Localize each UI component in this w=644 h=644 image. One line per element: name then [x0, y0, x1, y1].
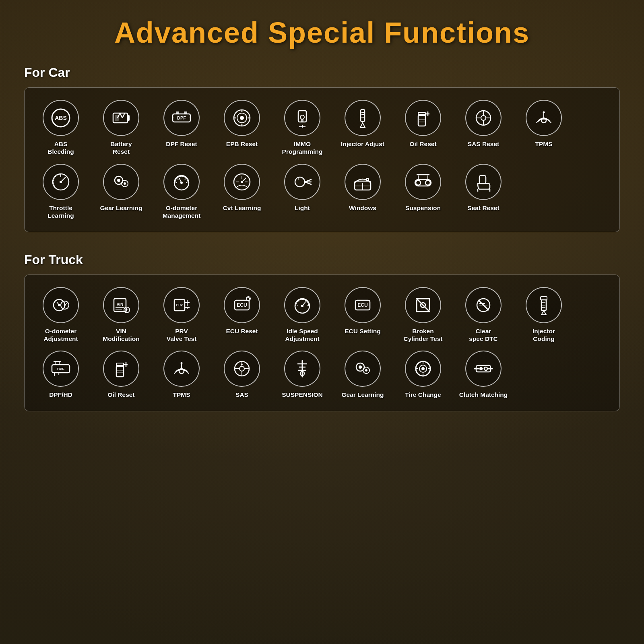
svg-line-58	[179, 178, 182, 183]
idle-icon	[292, 295, 313, 316]
func-epb-reset-label: EPB Reset	[226, 140, 258, 148]
cvt-icon	[231, 171, 252, 192]
injector-icon	[352, 107, 373, 128]
func-sas-t: SAS	[214, 351, 270, 398]
func-tpms-t-label: TPMS	[173, 391, 190, 398]
svg-marker-132	[541, 311, 546, 315]
func-ecu-setting-icon-circle: ECU	[345, 287, 381, 323]
tpms-t-icon	[171, 358, 192, 379]
func-tpms-t-icon-circle	[163, 351, 200, 387]
func-epb-reset: EPB Reset	[214, 100, 270, 156]
func-suspension-t-icon-circle	[284, 351, 320, 387]
func-throttle-learning: ThrottleLearning	[33, 164, 89, 220]
func-oil-reset: Oil Reset	[395, 100, 451, 156]
func-throttle-learning-icon-circle	[43, 164, 79, 200]
truck-section-label: For Truck	[24, 252, 620, 267]
func-dpf-hd-icon-circle: DPF	[43, 351, 79, 387]
func-ecu-reset: ECU ECU Reset	[214, 287, 270, 343]
func-abs-bleeding-icon-circle: ABS	[43, 100, 79, 136]
car-functions-box: ABS ABSBleeding BatteryR	[24, 87, 620, 232]
func-gear-learning-label: Gear Learning	[100, 204, 142, 212]
car-row2: ThrottleLearning Gear Learning	[33, 164, 611, 220]
svg-text:ECU: ECU	[357, 302, 367, 308]
svg-text:DPF: DPF	[57, 367, 65, 371]
func-oil-reset-t: Oil Reset	[93, 351, 149, 398]
ecu-reset-icon: ECU	[231, 295, 252, 316]
func-oil-reset-t-icon-circle	[103, 351, 139, 387]
func-suspension-t: SUSPENSION	[274, 351, 330, 398]
func-broken-cyl-label: BrokenCylinder Test	[403, 327, 442, 343]
func-prv-valve-label: PRVValve Test	[167, 327, 197, 343]
svg-marker-27	[360, 123, 365, 128]
broken-cyl-icon	[413, 295, 433, 316]
truck-functions-box: O-dometerAdjustment VIN	[24, 275, 620, 411]
page-title: Advanced Special Functions	[24, 16, 620, 49]
func-clutch-matching: Clutch Matching	[455, 351, 512, 398]
func-odometer-adj: O-dometerAdjustment	[33, 287, 89, 343]
svg-point-171	[421, 367, 425, 370]
func-gear-learning-t-icon-circle	[345, 351, 381, 387]
func-suspension-t-label: SUSPENSION	[282, 391, 323, 398]
svg-rect-84	[479, 175, 486, 184]
func-odometer-adj-icon-circle	[43, 287, 79, 323]
svg-line-112	[302, 302, 305, 306]
light-icon	[292, 171, 313, 192]
svg-line-127	[479, 300, 488, 310]
func-ecu-setting-label: ECU Setting	[345, 327, 381, 335]
func-odometer-adj-label: O-dometerAdjustment	[43, 327, 78, 343]
func-tpms-icon-circle	[526, 100, 562, 136]
svg-point-79	[416, 180, 421, 185]
func-immo-programming-label: IMMOProgramming	[282, 140, 323, 156]
sas-t-icon	[231, 358, 252, 379]
prv-icon: PRV	[171, 295, 192, 316]
func-gear-learning-t: Gear Learning	[334, 351, 391, 398]
svg-line-55	[122, 182, 123, 182]
func-immo-programming: IMMOProgramming	[274, 100, 330, 156]
svg-text:DPF: DPF	[177, 116, 186, 120]
svg-line-5	[120, 113, 122, 118]
suspension-t-icon	[292, 358, 313, 379]
svg-line-61	[178, 179, 178, 180]
gear-icon	[111, 171, 132, 192]
func-sas-t-label: SAS	[235, 391, 248, 398]
car-section-label: For Car	[24, 65, 620, 80]
func-windows-label: Windows	[349, 204, 376, 212]
oil-t-icon	[111, 358, 132, 379]
func-gear-learning-icon-circle	[103, 164, 139, 200]
svg-rect-26	[361, 109, 365, 122]
func-odometer-mgmt-label: O-dometerManagement	[163, 204, 201, 220]
car-row1: ABS ABSBleeding BatteryR	[33, 100, 611, 156]
func-windows: Windows	[334, 164, 391, 220]
func-clear-dtc: Clearspec DTC	[455, 287, 512, 343]
func-prv-valve-icon-circle: PRV	[163, 287, 200, 323]
func-ecu-setting: ECU ECU Setting	[334, 287, 391, 343]
func-battery-reset-label: BatteryReset	[110, 140, 132, 156]
func-odometer-mgmt-icon-circle	[163, 164, 200, 200]
svg-rect-143	[116, 365, 124, 377]
svg-point-52	[117, 179, 120, 182]
func-broken-cyl: BrokenCylinder Test	[395, 287, 451, 343]
svg-point-16	[240, 116, 244, 120]
svg-line-62	[185, 179, 186, 180]
tire-change-icon	[413, 358, 433, 379]
func-injector-coding: InjectorCoding	[516, 287, 572, 343]
epb-icon	[231, 107, 252, 128]
func-abs-bleeding: ABS ABSBleeding	[33, 100, 89, 156]
func-windows-icon-circle	[345, 164, 381, 200]
sas-icon	[473, 107, 494, 128]
func-suspension-icon-circle	[405, 164, 441, 200]
func-injector-coding-icon-circle	[526, 287, 562, 323]
func-dpf-hd: DPF DPF/HD	[33, 351, 89, 398]
func-vin-mod: VIN VINModification	[93, 287, 149, 343]
clear-dtc-icon	[473, 295, 494, 316]
svg-line-168	[363, 368, 364, 369]
odometer-mgmt-icon	[171, 171, 192, 192]
svg-rect-3	[128, 115, 130, 121]
func-light-label: Light	[295, 204, 310, 212]
func-clear-dtc-icon-circle	[465, 287, 502, 323]
truck-row1: O-dometerAdjustment VIN	[33, 287, 611, 343]
func-dpf-reset-icon-circle: DPF	[163, 100, 200, 136]
svg-line-6	[122, 113, 125, 118]
func-seat-reset-icon-circle	[465, 164, 502, 200]
immo-icon	[292, 107, 313, 128]
